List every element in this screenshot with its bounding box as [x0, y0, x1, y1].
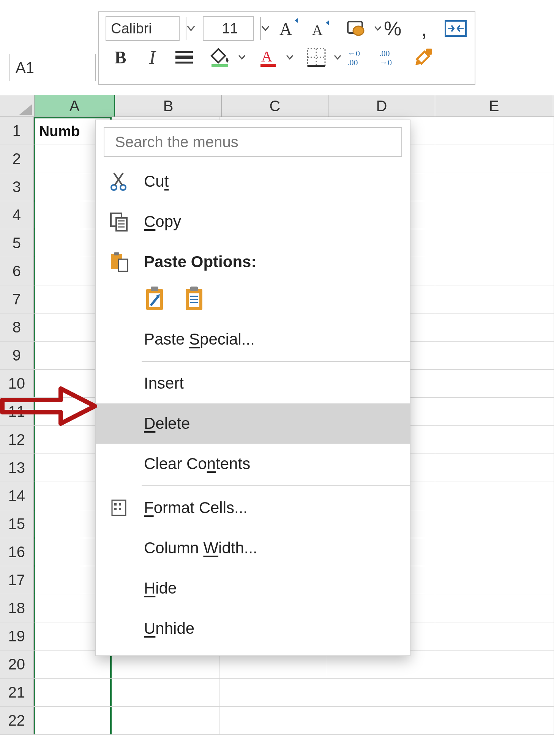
select-all-corner[interactable] [0, 95, 35, 117]
cell-E12[interactable] [435, 426, 554, 454]
svg-rect-34 [190, 287, 198, 291]
chevron-down-icon[interactable] [286, 55, 293, 60]
row-header[interactable]: 18 [0, 594, 34, 622]
row-header[interactable]: 6 [0, 257, 34, 285]
row-header[interactable]: 22 [0, 707, 34, 734]
menu-item-unhide[interactable]: Unhide [96, 608, 410, 649]
row-header[interactable]: 7 [0, 285, 34, 313]
font-name-select[interactable]: Calibri [106, 16, 180, 41]
menu-item-delete[interactable]: Delete [96, 403, 410, 444]
menu-item-paste-special[interactable]: Paste Special... [96, 319, 410, 359]
row-header[interactable]: 19 [0, 622, 34, 650]
cell-D21[interactable] [327, 679, 435, 706]
row-header[interactable]: 3 [0, 173, 34, 201]
name-box-value: A1 [16, 59, 34, 76]
cell-D22[interactable] [327, 707, 435, 734]
font-size-select[interactable]: 11 [203, 16, 254, 41]
menu-item-copy[interactable]: Copy [96, 202, 410, 242]
row-header[interactable]: 21 [0, 679, 34, 706]
decrease-decimal-icon[interactable]: .00 →0 [379, 46, 404, 69]
menu-item-column-width[interactable]: Column Width... [96, 528, 410, 568]
row-header[interactable]: 5 [0, 229, 34, 257]
row-header[interactable]: 10 [0, 370, 34, 397]
cell-C22[interactable] [219, 707, 327, 734]
font-size-dropdown-icon[interactable] [260, 17, 271, 40]
cell-A22[interactable] [34, 707, 112, 734]
cell-E20[interactable] [435, 650, 554, 678]
comma-format-icon[interactable]: , [412, 17, 437, 40]
menu-item-format-cells[interactable]: Format Cells... [96, 488, 410, 528]
chevron-down-icon[interactable] [238, 55, 245, 60]
cell-A21[interactable] [34, 679, 112, 706]
cell-E10[interactable] [435, 370, 554, 397]
cell-E7[interactable] [435, 285, 554, 313]
cell-E5[interactable] [435, 229, 554, 257]
row-header[interactable]: 16 [0, 538, 34, 566]
cell-E19[interactable] [435, 622, 554, 650]
column-header-a[interactable]: A [35, 95, 115, 117]
italic-button[interactable]: I [140, 46, 165, 69]
format-painter-icon[interactable] [411, 46, 436, 69]
cell-E18[interactable] [435, 594, 554, 622]
chevron-down-icon[interactable] [334, 55, 341, 60]
menu-item-cut[interactable]: Cut [96, 161, 410, 202]
align-icon[interactable] [172, 46, 197, 69]
cell-E11[interactable] [435, 398, 554, 425]
row-header[interactable]: 13 [0, 454, 34, 482]
cell-C21[interactable] [219, 679, 327, 706]
menu-item-hide[interactable]: Hide [96, 568, 410, 608]
row-header[interactable]: 9 [0, 342, 34, 369]
font-color-icon[interactable]: A [251, 46, 286, 69]
paste-option-values-icon[interactable] [183, 286, 208, 313]
cell-E14[interactable] [435, 482, 554, 510]
paste-option-default-icon[interactable] [144, 286, 168, 313]
context-menu: Search the menus Cut Copy [95, 120, 410, 656]
row-header[interactable]: 1 [0, 117, 34, 145]
bold-button[interactable]: B [108, 46, 133, 69]
increase-font-icon[interactable]: A [277, 17, 302, 40]
percent-format-icon[interactable]: % [380, 17, 405, 40]
row-header[interactable]: 15 [0, 510, 34, 538]
increase-decimal-icon[interactable]: ←0 .00 [347, 46, 372, 69]
scissors-icon [107, 172, 130, 191]
cell-B22[interactable] [112, 707, 219, 734]
row-header[interactable]: 2 [0, 145, 34, 173]
cell-B21[interactable] [112, 679, 219, 706]
cell-E2[interactable] [435, 145, 554, 173]
column-header-c[interactable]: C [222, 95, 328, 117]
menu-search-input[interactable]: Search the menus [104, 127, 402, 157]
merge-center-icon[interactable] [443, 17, 468, 40]
row-header[interactable]: 20 [0, 650, 34, 678]
cell-E15[interactable] [435, 510, 554, 538]
cell-E8[interactable] [435, 313, 554, 341]
menu-label: Cut [144, 172, 410, 191]
cell-E6[interactable] [435, 257, 554, 285]
cell-E9[interactable] [435, 342, 554, 369]
row-header[interactable]: 12 [0, 426, 34, 454]
row-header[interactable]: 14 [0, 482, 34, 510]
cell-E1[interactable] [435, 117, 554, 145]
borders-icon[interactable] [299, 46, 333, 69]
font-name-dropdown-icon[interactable] [186, 17, 196, 40]
cell-E13[interactable] [435, 454, 554, 482]
row-header[interactable]: 8 [0, 313, 34, 341]
cell-E22[interactable] [435, 707, 554, 734]
cell-E4[interactable] [435, 201, 554, 229]
decrease-font-icon[interactable]: A [309, 17, 333, 40]
column-header-b[interactable]: B [115, 95, 222, 117]
menu-item-insert[interactable]: Insert [96, 363, 410, 403]
cell-E16[interactable] [435, 538, 554, 566]
row-header[interactable]: 17 [0, 566, 34, 594]
menu-label: Copy [144, 213, 410, 231]
row-header[interactable]: 11 [0, 398, 34, 425]
column-header-d[interactable]: D [328, 95, 435, 117]
column-header-e[interactable]: E [435, 95, 553, 117]
fill-color-icon[interactable] [204, 46, 238, 69]
name-box[interactable]: A1 [9, 54, 96, 81]
cell-E21[interactable] [435, 679, 554, 706]
cell-E17[interactable] [435, 566, 554, 594]
row-header[interactable]: 4 [0, 201, 34, 229]
accounting-format-icon[interactable] [340, 17, 374, 40]
menu-item-clear-contents[interactable]: Clear Contents [96, 444, 410, 484]
cell-E3[interactable] [435, 173, 554, 201]
